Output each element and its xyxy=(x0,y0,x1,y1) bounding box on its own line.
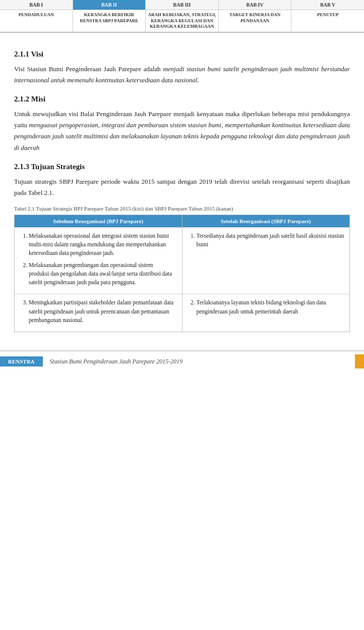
section-misi-paragraph: Untuk mewujudkan visi Balai Penginderaan… xyxy=(14,109,350,153)
sub-nav-kerangka[interactable]: KERANGKA BERFIKIR RENSTRA SBPJ PAREPARE xyxy=(73,10,146,32)
list-item: Tersedianya data penginderaan jauh satel… xyxy=(197,232,345,249)
page-footer: RENSTRA Stasiun Bumi Penginderaan Jauh P… xyxy=(0,350,364,372)
footer-label: RENSTRA xyxy=(0,356,43,366)
footer-text: Stasiun Bumi Penginderaan Jauh Parepare … xyxy=(50,358,183,365)
footer-accent xyxy=(355,354,364,369)
section-tujuan-heading: 2.1.3 Tujuan Strategis xyxy=(14,163,350,171)
nav-bab3[interactable]: BAB III xyxy=(146,0,219,10)
section-misi-heading: 2.1.2 Misi xyxy=(14,95,350,103)
sub-nav-bar: PENDAHULUAN KERANGKA BERFIKIR RENSTRA SB… xyxy=(0,10,364,33)
nav-bab4[interactable]: BAB IV xyxy=(219,0,292,10)
table-header-left: Sebelum Reorganisasi (BPJ Parepare) xyxy=(15,215,183,227)
section-visi-paragraph: Visi Stasiun Bumi Penginderaan Jauh Pare… xyxy=(14,64,350,86)
table-cell-left-1: Melaksanakan operasional dan integrasi s… xyxy=(15,227,183,294)
list-item: Terlaksananya layanan teknis bidang tekn… xyxy=(197,298,345,316)
visi-text-start: Visi Stasiun Bumi Penginderaan Jauh Pare… xyxy=(14,65,163,73)
main-content: 2.1.1 Visi Visi Stasiun Bumi Penginderaa… xyxy=(0,33,364,340)
section-tujuan-paragraph: Tujuan strategis SBPJ Parepare periode w… xyxy=(14,176,350,198)
table-cell-right-1: Tersedianya data penginderaan jauh satel… xyxy=(182,227,350,294)
list-item: Meningkatkan partisipasi stakeholder dal… xyxy=(29,298,177,325)
table-row: Melaksanakan operasional dan integrasi s… xyxy=(15,227,350,294)
table-caption: Tabel 2.1 Tujuan Strategis BPJ Parepare … xyxy=(14,205,350,212)
misi-text-italic: menguasai pengoperasian, integrasi dan p… xyxy=(14,121,350,151)
table-cell-left-2: Meningkatkan partisipasi stakeholder dal… xyxy=(15,294,183,332)
sub-nav-penutup[interactable]: PENUTUP xyxy=(291,10,364,32)
table-header-right: Setelah Reorganisasi (SBPJ Parepare) xyxy=(182,215,350,227)
tujuan-strategis-table: Sebelum Reorganisasi (BPJ Parepare) Sete… xyxy=(14,215,350,332)
table-cell-right-2: Terlaksananya layanan teknis bidang tekn… xyxy=(182,294,350,332)
list-item: Melaksanakan operasional dan integrasi s… xyxy=(29,232,177,258)
nav-bab2[interactable]: BAB II xyxy=(73,0,146,10)
nav-bab1[interactable]: BAB I xyxy=(0,0,73,10)
sub-nav-target[interactable]: TARGET KINERJA DAN PENDANAAN xyxy=(219,10,292,32)
nav-bar: BAB I BAB II BAB III BAB IV BAB V xyxy=(0,0,364,10)
section-visi-heading: 2.1.1 Visi xyxy=(14,50,350,59)
sub-nav-arah[interactable]: ARAH KEBIJAKAN, STRATEGI, KERANGKA REGUL… xyxy=(146,10,219,32)
table-row: Meningkatkan partisipasi stakeholder dal… xyxy=(15,294,350,332)
nav-bab5[interactable]: BAB V xyxy=(291,0,364,10)
list-item: Melaksanakan pengembangan dan operasiona… xyxy=(29,261,177,287)
sub-nav-pendahuluan[interactable]: PENDAHULUAN xyxy=(0,10,73,32)
